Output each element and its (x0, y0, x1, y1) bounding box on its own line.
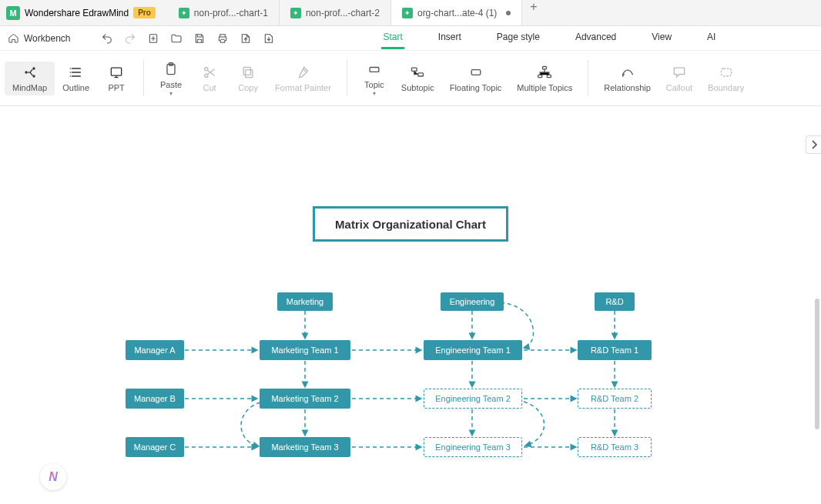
node-dept-rd[interactable]: R&D (595, 292, 635, 311)
node-rd-team-3[interactable]: R&D Team 3 (578, 437, 652, 457)
new-tab-button[interactable]: + (522, 0, 545, 25)
svg-point-5 (69, 72, 71, 73)
node-rd-team-1[interactable]: R&D Team 1 (578, 340, 652, 360)
tab-label: org-chart...ate-4 (1) (417, 8, 497, 18)
scissors-icon (202, 65, 217, 80)
multiple-topics-button[interactable]: Multiple Topics (509, 62, 580, 95)
main-menu: Start Insert Page style Advanced View AI (381, 27, 717, 49)
svg-rect-14 (370, 67, 379, 72)
subtopic-icon (410, 65, 425, 80)
tab-doc-2[interactable]: ✦ non-prof...-chart-2 (280, 0, 391, 25)
workbench-button[interactable]: Workbench (0, 32, 78, 44)
svg-point-11 (205, 67, 208, 70)
clipboard-icon (163, 62, 179, 77)
node-manager-b[interactable]: Manager B (126, 389, 184, 409)
svg-point-10 (205, 74, 208, 77)
node-marketing-team-1[interactable]: Marketing Team 1 (260, 340, 350, 360)
copy-button[interactable]: Copy (229, 62, 267, 95)
topic-button[interactable]: Topic▾ (355, 58, 394, 98)
svg-rect-21 (721, 68, 731, 76)
floating-topic-button[interactable]: Floating Topic (442, 62, 510, 95)
menu-advanced[interactable]: Advanced (574, 27, 618, 49)
svg-rect-17 (471, 69, 481, 75)
workbench-label: Workbench (24, 33, 70, 44)
svg-rect-16 (418, 72, 424, 75)
print-icon[interactable] (216, 32, 229, 45)
callout-icon (672, 65, 687, 80)
view-ppt-button[interactable]: PPT (97, 62, 136, 95)
menu-start[interactable]: Start (381, 27, 404, 49)
tab-label: non-prof...-chart-2 (306, 8, 380, 18)
home-icon (8, 32, 19, 44)
svg-rect-7 (111, 68, 121, 75)
svg-point-1 (25, 71, 27, 73)
svg-point-6 (69, 75, 71, 77)
connector-lines (0, 106, 821, 504)
relationship-button[interactable]: Relationship (596, 62, 658, 95)
topic-icon (367, 62, 382, 77)
svg-rect-12 (246, 69, 253, 77)
doc-icon: ✦ (402, 8, 413, 18)
undo-icon[interactable] (101, 32, 113, 45)
pro-badge: Pro (133, 7, 156, 18)
node-manager-a[interactable]: Manager A (126, 340, 184, 360)
view-mindmap-button[interactable]: MindMap (5, 62, 55, 95)
copy-icon (240, 65, 256, 80)
canvas[interactable]: Matrix Organizational Chart (0, 106, 821, 504)
svg-point-3 (32, 75, 35, 77)
expand-panel-button[interactable] (806, 135, 821, 154)
outline-icon (69, 65, 84, 80)
brand-badge-icon: N (40, 464, 66, 490)
node-engineering-team-3[interactable]: Engineering Team 3 (424, 437, 522, 457)
open-file-icon[interactable] (170, 32, 183, 45)
view-outline-button[interactable]: Outline (55, 62, 97, 95)
toolbar-row: Workbench Start Insert Page style Advanc… (0, 26, 821, 51)
svg-rect-19 (538, 75, 542, 77)
node-marketing-team-2[interactable]: Marketing Team 2 (260, 389, 350, 409)
ppt-icon (109, 65, 124, 80)
node-dept-marketing[interactable]: Marketing (277, 292, 333, 311)
node-engineering-team-2[interactable]: Engineering Team 2 (424, 389, 522, 409)
svg-point-4 (69, 68, 71, 69)
new-file-icon[interactable] (147, 32, 159, 45)
node-rd-team-2[interactable]: R&D Team 2 (578, 389, 652, 409)
brush-icon (295, 65, 310, 80)
menu-insert[interactable]: Insert (437, 27, 463, 49)
svg-rect-13 (243, 67, 250, 75)
paste-button[interactable]: Paste▾ (152, 58, 190, 98)
node-engineering-team-1[interactable]: Engineering Team 1 (424, 340, 522, 360)
cut-button[interactable]: Cut (190, 62, 229, 95)
app-name: Wondershare EdrawMind (25, 8, 129, 18)
doc-icon: ✦ (290, 8, 301, 18)
chart-title-node[interactable]: Matrix Organizational Chart (313, 206, 508, 242)
tab-doc-3[interactable]: ✦ org-chart...ate-4 (1) (391, 0, 522, 25)
tab-doc-1[interactable]: ✦ non-prof...-chart-1 (168, 0, 280, 25)
format-painter-button[interactable]: Format Painter (267, 62, 339, 95)
node-marketing-team-3[interactable]: Marketing Team 3 (260, 437, 350, 457)
vertical-scrollbar[interactable] (815, 299, 819, 429)
boundary-icon (719, 65, 734, 80)
export-icon[interactable] (240, 32, 252, 45)
share-icon[interactable] (263, 32, 275, 45)
svg-rect-18 (543, 66, 547, 68)
menu-page-style[interactable]: Page style (495, 27, 541, 49)
mindmap-icon (22, 65, 38, 80)
chevron-right-icon (810, 139, 818, 150)
node-dept-engineering[interactable]: Engineering (441, 292, 504, 311)
subtopic-button[interactable]: Subtopic (394, 62, 442, 95)
menu-view[interactable]: View (650, 27, 673, 49)
callout-button[interactable]: Callout (658, 62, 700, 95)
tab-label: non-prof...-chart-1 (194, 8, 268, 18)
doc-icon: ✦ (179, 8, 189, 18)
document-tabs: ✦ non-prof...-chart-1 ✦ non-prof...-char… (168, 0, 545, 25)
svg-rect-20 (548, 75, 551, 77)
menu-ai[interactable]: AI (705, 27, 717, 49)
boundary-button[interactable]: Boundary (700, 62, 752, 95)
redo-icon[interactable] (124, 32, 136, 45)
relationship-icon (620, 65, 635, 80)
save-icon[interactable] (193, 32, 206, 45)
ribbon: MindMap Outline PPT Paste▾ Cut Copy Form… (0, 51, 821, 106)
node-manager-c[interactable]: Manager C (126, 437, 184, 457)
modified-dot-icon (506, 11, 511, 15)
svg-point-2 (32, 67, 35, 69)
